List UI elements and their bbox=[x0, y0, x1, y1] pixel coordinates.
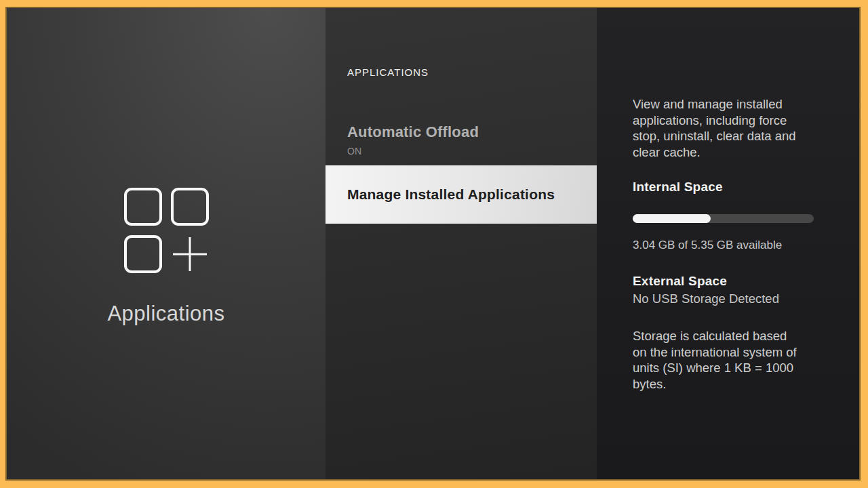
internal-space-title: Internal Space bbox=[633, 180, 723, 195]
storage-footnote: Storage is calculated based on the inter… bbox=[633, 328, 839, 392]
category-content: Applications bbox=[7, 188, 326, 326]
internal-space-progress-fill bbox=[633, 214, 711, 223]
settings-screen: Applications APPLICATIONS Automatic Offl… bbox=[7, 8, 859, 479]
menu-panel: APPLICATIONS Automatic Offload ON Manage… bbox=[326, 8, 597, 479]
detail-panel: View and manage installed applications, … bbox=[597, 8, 859, 479]
app-square-icon bbox=[171, 188, 209, 226]
internal-space-progress-bar bbox=[633, 214, 814, 223]
applications-icon bbox=[124, 188, 209, 273]
external-space-status: No USB Storage Detected bbox=[633, 291, 779, 306]
external-space-title: External Space bbox=[633, 274, 727, 289]
category-title: Applications bbox=[107, 302, 224, 326]
menu-item-automatic-offload[interactable]: Automatic Offload ON bbox=[326, 123, 597, 157]
menu-item-manage-installed-applications[interactable]: Manage Installed Applications bbox=[326, 165, 597, 224]
plus-icon bbox=[171, 235, 209, 273]
menu-item-label: Manage Installed Applications bbox=[347, 186, 555, 203]
category-panel: Applications bbox=[7, 8, 326, 479]
menu-item-value: ON bbox=[347, 146, 597, 157]
app-square-icon bbox=[124, 188, 162, 226]
item-description: View and manage installed applications, … bbox=[633, 96, 839, 160]
menu-item-label: Automatic Offload bbox=[347, 123, 597, 141]
internal-space-availability: 3.04 GB of 5.35 GB available bbox=[633, 239, 782, 252]
app-square-icon bbox=[124, 235, 162, 273]
menu-header: APPLICATIONS bbox=[347, 66, 429, 78]
